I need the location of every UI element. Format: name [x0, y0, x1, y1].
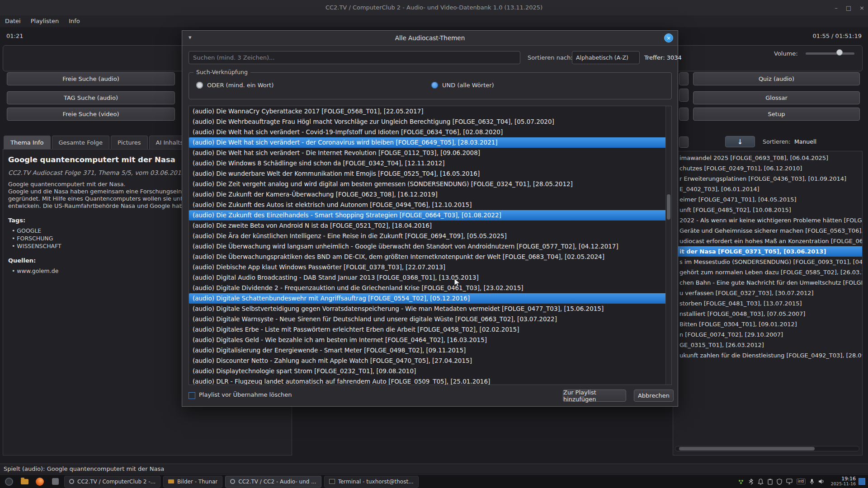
- tab[interactable]: Gesamte Folge: [52, 136, 110, 149]
- playlist-item[interactable]: n [FOLGE_0074_T02], [29.10.2007]: [673, 329, 862, 340]
- playlist-download-button[interactable]: ↓: [725, 136, 755, 147]
- clock[interactable]: 19:16 2025-11-16: [828, 476, 859, 487]
- audiocast-item[interactable]: (audio) Die Überwachung wird langsam unh…: [189, 241, 671, 252]
- sort-by-field[interactable]: Alphabetisch (A-Z): [572, 51, 640, 64]
- bluetooth-icon[interactable]: [748, 479, 754, 485]
- radio-und-icon[interactable]: [431, 82, 438, 89]
- audiocast-item[interactable]: (audio) Die Wehrbeauftragte Frau Högl ma…: [189, 117, 671, 127]
- search-button[interactable]: TAG Suche (audio): [7, 91, 175, 104]
- menu-item[interactable]: Datei: [0, 15, 26, 27]
- scrollbar-thumb[interactable]: [679, 447, 815, 450]
- playlist-item[interactable]: s im Messestudio (SONDERSENDUNG) [FOLGE_…: [673, 257, 862, 267]
- audiocast-item[interactable]: (audio) Die Welt hat sich verändert - Co…: [189, 127, 671, 137]
- taskbar-window-button[interactable]: Terminal - tuxhorst@thost...: [324, 476, 419, 488]
- partial-button[interactable]: [679, 108, 689, 121]
- audiocast-item[interactable]: (audio) Die Ära der künstlichen Intellig…: [189, 231, 671, 241]
- audiocast-item[interactable]: (audio) Die Überwachungspraktiken des BN…: [189, 252, 671, 262]
- audiocast-item[interactable]: (audio) Die Zukunft des Einzelhandels - …: [189, 210, 671, 221]
- tab[interactable]: Pictures: [111, 136, 147, 149]
- messenger-icon[interactable]: [738, 479, 744, 485]
- menu-item[interactable]: Info: [64, 15, 85, 27]
- audiocast-item[interactable]: (audio) Die wunderbare Welt der Kommunik…: [189, 169, 671, 179]
- playlist-item[interactable]: imawandel 2025 [FOLGE_0693_T08], [06.04.…: [673, 153, 862, 163]
- tool-button[interactable]: Quiz (audio): [693, 72, 860, 85]
- playlist-item[interactable]: chen Bahn - Eine gute Nachricht für den …: [673, 277, 862, 288]
- shield-icon[interactable]: [777, 479, 782, 485]
- add-to-playlist-button[interactable]: Zur Playlist hinzufügen: [563, 389, 626, 402]
- audiocast-item[interactable]: (audio) Die WannaCry Cyberattacke 2017 […: [189, 106, 671, 117]
- list-vertical-scrollbar[interactable]: [665, 106, 671, 385]
- radio-oder[interactable]: ODER (mind. ein Wort): [196, 82, 274, 89]
- playlist-item[interactable]: storben [FOLGE_0481_T03], [13.07.2015]: [673, 298, 862, 309]
- playlist-item[interactable]: udiocast erfordert ein hohes Maß an Konz…: [673, 236, 862, 246]
- maximize-icon[interactable]: □: [846, 5, 851, 11]
- playlist-item[interactable]: 2022 - Als wenn wir keine wichtigeren Pr…: [673, 215, 862, 225]
- partial-button[interactable]: [679, 72, 689, 85]
- search-input[interactable]: [189, 51, 520, 64]
- clear-playlist-checkbox[interactable]: [189, 392, 195, 399]
- playlist-item[interactable]: ukunft zahlen für die Dienstleistung [FO…: [673, 350, 862, 361]
- audiocast-item[interactable]: (audio) Displaytechnologie spart Strom […: [189, 366, 671, 376]
- audiocast-item[interactable]: (audio) Digital Audio Broadcasting - DAB…: [189, 272, 671, 283]
- audiocast-item[interactable]: (audio) Discounter Netto - Zahlung auch …: [189, 356, 671, 366]
- clipboard-icon[interactable]: [768, 479, 773, 485]
- audiocast-item[interactable]: (audio) Die Zukunft der Kamera-Überwachu…: [189, 189, 671, 200]
- taskbar-window-button[interactable]: Bilder - Thunar: [163, 476, 222, 488]
- dialog-close-button[interactable]: ×: [664, 33, 673, 42]
- audiocast-item[interactable]: (audio) Digitalisierung der Energiewende…: [189, 345, 671, 356]
- playlist-item[interactable]: Geräte und Geheimnisse sicherer machen […: [673, 225, 862, 236]
- audiocast-item[interactable]: (audio) Digitale Schattenbundeswehr mit …: [189, 293, 671, 304]
- playlist-item[interactable]: chutzes [FOLGE_0249_T01], [06.12.2010]: [673, 163, 862, 174]
- playlist-item[interactable]: it der Nasa [FOLGE_0371_T05], [03.06.201…: [673, 246, 862, 257]
- close-icon[interactable]: ×: [859, 5, 864, 11]
- taskbar-window-button[interactable]: CC2.TV / CC2 - Audio- und ...: [225, 476, 321, 488]
- minimize-icon[interactable]: –: [835, 5, 838, 11]
- radio-oder-icon[interactable]: [196, 82, 203, 89]
- scrollbar-thumb[interactable]: [667, 194, 670, 220]
- audiocast-item[interactable]: (audio) Digitale Selbstverteidigung gege…: [189, 304, 671, 314]
- partial-button[interactable]: [679, 89, 689, 102]
- volume-slider-handle[interactable]: [836, 49, 843, 56]
- playlist-item[interactable]: nstalliert [FOLGE_0048_T03], [07.05.2007…: [673, 309, 862, 319]
- playlist-sort-value[interactable]: Manuell: [794, 136, 816, 147]
- playlist-item[interactable]: gehört zum normalen Leben dazu [FOLGE_05…: [673, 267, 862, 277]
- audiocast-item[interactable]: (audio) Die zweite Beta von Android N is…: [189, 221, 671, 231]
- partial-button[interactable]: [679, 136, 689, 148]
- quelle-item[interactable]: www.golem.de: [12, 267, 58, 275]
- mic-icon[interactable]: [810, 479, 814, 485]
- search-button[interactable]: Freie Suche (video): [7, 108, 175, 121]
- tab[interactable]: Thema Info: [4, 136, 51, 149]
- audiocast-item[interactable]: (audio) Die Welt hat sich verändert - de…: [189, 137, 671, 148]
- search-button[interactable]: Freie Suche (audio): [7, 72, 175, 85]
- utility-icon[interactable]: [51, 477, 60, 486]
- app-menu-icon[interactable]: [5, 477, 14, 486]
- playlist-item[interactable]: GE_0315_T01], [26.03.2012]: [673, 340, 862, 350]
- taskbar-window-button[interactable]: CC2.TV / ComputerClub 2 -...: [64, 476, 160, 488]
- menu-item[interactable]: Playlisten: [26, 15, 64, 27]
- playlist-item[interactable]: eimer [FOLGE_0471_T01], [04.05.2015]: [673, 194, 862, 205]
- playlist-item[interactable]: unft [FOLGE_0485_T02], [10.08.2015]: [673, 205, 862, 215]
- playlist-item[interactable]: Bitten [FOLGE_0304_T01], [09.01.2012]: [673, 319, 862, 329]
- audiocast-item[interactable]: (audio) Digitales Erbe - Liste mit Passw…: [189, 324, 671, 335]
- playlist-item[interactable]: r Erweiterungsplatinen [FOLGE_0436_T03],…: [673, 174, 862, 184]
- audiocast-item[interactable]: (audio) Die Zukunft des Autos ist elektr…: [189, 200, 671, 210]
- audiocast-item[interactable]: (audio) Die Windows 8 Schädlinge sind sc…: [189, 158, 671, 169]
- file-manager-icon[interactable]: [20, 477, 29, 486]
- firefox-icon[interactable]: [35, 477, 44, 486]
- tool-button[interactable]: Setup: [693, 108, 860, 121]
- audiocast-item[interactable]: (audio) Die Welt hat sich verändert - Di…: [189, 148, 671, 158]
- audiocast-item[interactable]: (audio) Digitale Dividende 2 - Frequenza…: [189, 283, 671, 293]
- audiocast-item[interactable]: (audio) Diebische App klaut Windows Pass…: [189, 262, 671, 272]
- playlist-item[interactable]: u verfassen [FOLGE_0327_T03], [30.07.201…: [673, 288, 862, 298]
- intl-keyboard-badge[interactable]: intl: [797, 479, 806, 484]
- audiocast-item[interactable]: (audio) Die Zeit vergeht analog und wird…: [189, 179, 671, 189]
- workspace-indicator[interactable]: [859, 478, 865, 485]
- audiocast-item[interactable]: (audio) Digitale Warnsyste - Neue Sirene…: [189, 314, 671, 324]
- radio-und[interactable]: UND (alle Wörter): [431, 82, 494, 89]
- volume-icon[interactable]: [818, 479, 825, 484]
- bell-icon[interactable]: [758, 479, 764, 485]
- playlist-item[interactable]: E_0402_T03], [06.01.2014]: [673, 184, 862, 194]
- audiocast-item[interactable]: (audio) DLR - Flugzeug landet automatisc…: [189, 376, 671, 385]
- audiocast-item[interactable]: (audio) Digitales Geld - Wie bezahle ich…: [189, 335, 671, 345]
- volume-slider[interactable]: [806, 52, 854, 55]
